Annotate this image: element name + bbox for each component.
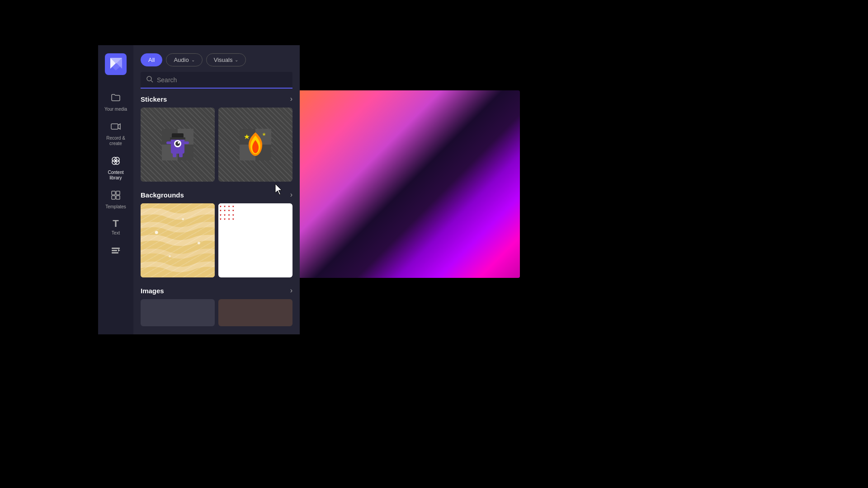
svg-point-27 xyxy=(175,141,180,146)
bg-hearts-preview: ♥ ♥ ♥ ♥ ♥ ♥ ♥ ♥ ♥ ♥ ♥ ♥ ♥ xyxy=(218,203,292,277)
svg-text:♥: ♥ xyxy=(228,205,230,208)
svg-marker-17 xyxy=(118,249,120,252)
svg-text:♥: ♥ xyxy=(220,209,222,212)
svg-rect-12 xyxy=(112,196,115,199)
filter-all-label: All xyxy=(148,56,155,63)
svg-point-41 xyxy=(198,242,200,244)
svg-rect-11 xyxy=(116,191,120,195)
images-section: Images › xyxy=(141,286,292,326)
sidebar-item-record-create[interactable]: Record & create xyxy=(98,117,133,151)
stickers-title: Stickers xyxy=(141,95,167,103)
sidebar-item-content-library-label: Content library xyxy=(108,170,123,181)
stickers-section: Stickers › xyxy=(141,95,292,182)
svg-point-9 xyxy=(115,160,119,164)
svg-rect-13 xyxy=(116,196,120,199)
images-grid xyxy=(141,299,292,326)
image-thumb-1[interactable] xyxy=(141,299,215,326)
canvas-gradient xyxy=(298,90,520,278)
svg-text:♥: ♥ xyxy=(224,209,226,212)
svg-rect-29 xyxy=(173,153,176,157)
audio-chevron-icon: ⌄ xyxy=(191,57,195,62)
sidebar-item-text-label: Text xyxy=(112,230,120,236)
svg-rect-15 xyxy=(112,250,117,251)
svg-rect-5 xyxy=(111,124,118,129)
sidebar-item-text[interactable]: T Text xyxy=(98,214,133,240)
svg-text:♥: ♥ xyxy=(224,217,226,221)
svg-rect-30 xyxy=(179,153,183,157)
content-library-icon xyxy=(110,155,121,168)
backgrounds-arrow-icon: › xyxy=(290,191,292,199)
search-input[interactable] xyxy=(157,76,287,84)
sidebar-item-your-media-label: Your media xyxy=(104,107,127,112)
svg-text:♥: ♥ xyxy=(224,213,226,216)
backgrounds-title: Backgrounds xyxy=(141,191,184,199)
images-title: Images xyxy=(141,287,164,295)
filter-audio-button[interactable]: Audio ⌄ xyxy=(166,53,202,66)
stickers-section-header[interactable]: Stickers › xyxy=(141,95,292,103)
svg-point-39 xyxy=(155,231,158,234)
images-arrow-icon: › xyxy=(290,286,292,295)
sidebar-item-content-library[interactable]: Content library xyxy=(98,151,133,185)
stickers-grid xyxy=(141,108,292,182)
search-bar xyxy=(141,72,292,89)
templates-icon xyxy=(110,190,121,202)
backgrounds-grid: ♥ ♥ ♥ ♥ ♥ ♥ ♥ ♥ ♥ ♥ ♥ ♥ ♥ xyxy=(141,203,292,277)
text-icon: T xyxy=(113,219,118,229)
folder-icon xyxy=(110,92,121,105)
svg-rect-25 xyxy=(170,137,185,140)
bg-hearts-thumb[interactable]: ♥ ♥ ♥ ♥ ♥ ♥ ♥ ♥ ♥ ♥ ♥ ♥ ♥ xyxy=(218,203,292,277)
svg-point-40 xyxy=(182,218,184,221)
svg-text:♥: ♥ xyxy=(232,205,234,208)
app-logo[interactable] xyxy=(105,53,127,75)
more-icon xyxy=(110,245,121,258)
svg-text:♥: ♥ xyxy=(220,205,222,208)
svg-rect-16 xyxy=(112,252,118,253)
svg-text:♥: ♥ xyxy=(220,217,222,221)
sticker-monster-thumb[interactable] xyxy=(141,108,215,182)
sticker-fire-thumb[interactable] xyxy=(218,108,292,182)
svg-line-19 xyxy=(151,80,153,82)
svg-point-28 xyxy=(178,142,179,144)
black-right-area xyxy=(520,0,868,488)
svg-point-18 xyxy=(147,76,151,81)
content-library-panel: All Audio ⌄ Visuals ⌄ Stickers › xyxy=(133,45,300,334)
svg-text:♥: ♥ xyxy=(224,205,226,208)
sticker-monster-preview xyxy=(141,108,215,182)
svg-rect-31 xyxy=(166,141,172,144)
svg-text:♥: ♥ xyxy=(232,213,234,216)
sidebar-item-templates-label: Templates xyxy=(105,204,126,210)
svg-text:♥: ♥ xyxy=(228,217,230,221)
svg-text:♥: ♥ xyxy=(228,213,230,216)
sidebar-item-your-media[interactable]: Your media xyxy=(98,88,133,117)
filter-bar: All Audio ⌄ Visuals ⌄ xyxy=(133,45,300,72)
bg-wavy-thumb[interactable] xyxy=(141,203,215,277)
visuals-chevron-icon: ⌄ xyxy=(235,57,238,62)
svg-text:♥: ♥ xyxy=(232,217,234,221)
backgrounds-section-header[interactable]: Backgrounds › xyxy=(141,191,292,199)
svg-text:♥: ♥ xyxy=(220,213,222,216)
sidebar-item-templates[interactable]: Templates xyxy=(98,185,133,214)
canvas-area xyxy=(298,90,520,278)
sidebar-item-record-label: Record & create xyxy=(106,136,125,146)
sidebar: Your media Record & create Content libra… xyxy=(98,45,133,334)
sticker-fire-preview xyxy=(218,108,292,182)
filter-visuals-label: Visuals xyxy=(214,56,233,63)
svg-text:♥: ♥ xyxy=(228,209,230,212)
panel-content-scroll[interactable]: Stickers › xyxy=(133,95,300,334)
backgrounds-section: Backgrounds › xyxy=(141,191,292,277)
sidebar-item-more[interactable] xyxy=(98,240,133,262)
filter-all-button[interactable]: All xyxy=(141,53,162,66)
svg-rect-32 xyxy=(184,141,189,144)
svg-text:♥: ♥ xyxy=(232,209,234,212)
stickers-arrow-icon: › xyxy=(290,95,292,103)
filter-audio-label: Audio xyxy=(174,56,189,63)
svg-point-42 xyxy=(169,255,171,258)
record-icon xyxy=(110,121,121,134)
svg-rect-14 xyxy=(112,248,120,249)
image-thumb-2[interactable] xyxy=(218,299,292,326)
svg-rect-38 xyxy=(141,203,215,277)
filter-visuals-button[interactable]: Visuals ⌄ xyxy=(206,53,246,66)
images-section-header[interactable]: Images › xyxy=(141,286,292,295)
bg-wavy-preview xyxy=(141,203,215,277)
svg-rect-10 xyxy=(112,191,115,195)
